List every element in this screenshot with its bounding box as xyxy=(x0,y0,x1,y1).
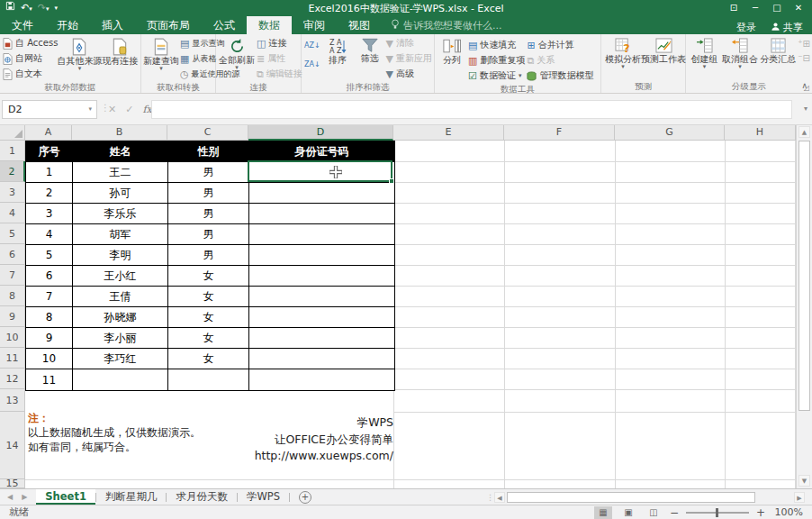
cell-grid[interactable]: 序号姓名性别身份证号码1王二男2孙可男3李乐乐男4胡军男5李明男6王小红女7王倩… xyxy=(25,141,796,488)
table-cell[interactable] xyxy=(73,369,168,390)
group-button[interactable]: 创建组 ▾ xyxy=(689,36,720,70)
row-header-6[interactable]: 6 xyxy=(0,244,25,265)
row-header-13[interactable]: 13 xyxy=(0,389,25,412)
sheet-tab-sheet1[interactable]: Sheet1 xyxy=(36,489,95,505)
tab-formulas[interactable]: 公式 xyxy=(202,16,247,34)
row-header-10[interactable]: 10 xyxy=(0,327,25,348)
row-header-2[interactable]: 2 xyxy=(0,161,25,182)
table-cell[interactable] xyxy=(168,369,249,390)
table-cell[interactable]: 女 xyxy=(168,307,249,327)
table-cell[interactable]: 李乐乐 xyxy=(73,204,168,223)
tab-file[interactable]: 文件 xyxy=(0,16,45,34)
from-other-sources-button[interactable]: 自其他来源 ▾ xyxy=(59,36,99,72)
new-sheet-button[interactable]: + xyxy=(299,491,311,504)
table-cell[interactable]: 1 xyxy=(26,162,73,182)
data-validation-button[interactable]: ☑ 数据验证 ▾ xyxy=(468,68,525,83)
table-cell[interactable]: 6 xyxy=(26,266,73,286)
row-header-14[interactable]: 14 xyxy=(0,412,25,479)
tab-page-layout[interactable]: 页面布局 xyxy=(135,16,202,34)
table-cell[interactable]: 李小丽 xyxy=(73,328,168,348)
tab-home[interactable]: 开始 xyxy=(45,16,90,34)
table-cell[interactable]: 女 xyxy=(168,328,249,348)
sheet-nav-right-icon[interactable]: ▶ xyxy=(22,493,27,501)
name-box[interactable]: D2 ▾ xyxy=(2,100,97,119)
vertical-scrollbar[interactable]: ▲ ▼ xyxy=(796,125,812,488)
fill-handle[interactable] xyxy=(389,178,394,184)
row-header-11[interactable]: 11 xyxy=(0,348,25,369)
save-icon[interactable] xyxy=(5,0,15,16)
tell-me-box[interactable]: 告诉我您想要做什么... xyxy=(391,16,502,34)
selected-cell-D2[interactable] xyxy=(248,160,392,182)
table-cell[interactable]: 王二 xyxy=(73,162,168,182)
from-web-button[interactable]: 自网站 xyxy=(3,51,58,66)
ungroup-button[interactable]: 取消组合 ▾ xyxy=(722,36,758,70)
scroll-down-icon[interactable]: ▼ xyxy=(798,475,810,487)
table-cell[interactable] xyxy=(249,204,394,223)
close-button[interactable]: ✕ xyxy=(789,0,808,16)
row-header-4[interactable]: 4 xyxy=(0,203,25,223)
qat-customize-icon[interactable]: ▾ xyxy=(54,0,58,16)
remove-duplicates-button[interactable]: ▥ 删除重复项 xyxy=(468,53,525,68)
row-header-8[interactable]: 8 xyxy=(0,286,25,306)
table-cell[interactable]: 男 xyxy=(168,204,249,223)
column-header-H[interactable]: H xyxy=(725,125,796,141)
table-cell[interactable]: 胡军 xyxy=(73,224,168,244)
manage-data-model-button[interactable]: 管理数据模型 xyxy=(527,68,593,83)
page-layout-view-icon[interactable]: ▣ xyxy=(619,506,637,519)
table-cell[interactable] xyxy=(249,328,394,348)
table-cell[interactable]: 5 xyxy=(26,245,73,265)
sign-in-link[interactable]: 登录 xyxy=(736,21,756,34)
text-to-columns-button[interactable]: 分列 xyxy=(438,36,466,65)
table-cell[interactable]: 李巧红 xyxy=(73,349,168,369)
table-cell[interactable] xyxy=(249,307,394,327)
expand-formula-bar-icon[interactable]: ▾ xyxy=(804,105,807,113)
sort-button[interactable]: ZAAZ 排序 xyxy=(322,36,354,65)
forecast-sheet-button[interactable]: 预测工作表 xyxy=(644,36,683,64)
collapse-ribbon-icon[interactable]: ∧ xyxy=(801,81,807,90)
horizontal-scroll-thumb[interactable] xyxy=(507,492,755,503)
row-header-7[interactable]: 7 xyxy=(0,265,25,286)
sheet-tab-3[interactable]: 求月份天数 xyxy=(167,489,237,505)
tab-insert[interactable]: 插入 xyxy=(90,16,135,34)
promo-cell[interactable]: 学WPS 让OFFICE办公变得简单 http://www.xuewps.com… xyxy=(123,414,393,465)
table-cell[interactable]: 女 xyxy=(168,266,249,286)
row-header-9[interactable]: 9 xyxy=(0,306,25,327)
table-header-cell[interactable]: 姓名 xyxy=(73,141,168,161)
row-header-1[interactable]: 1 xyxy=(0,141,25,161)
column-header-B[interactable]: B xyxy=(72,125,167,141)
column-header-D[interactable]: D xyxy=(248,125,393,141)
table-header-cell[interactable]: 序号 xyxy=(26,141,73,161)
table-cell[interactable]: 孙晓娜 xyxy=(73,307,168,327)
filter-button[interactable]: 筛选 xyxy=(356,36,383,63)
minimize-button[interactable]: ─ xyxy=(745,0,765,16)
table-cell[interactable]: 男 xyxy=(168,162,249,182)
sheet-tab-2[interactable]: 判断星期几 xyxy=(96,489,167,505)
table-cell[interactable]: 3 xyxy=(26,204,73,223)
table-cell[interactable]: 王小红 xyxy=(73,266,168,286)
scroll-up-icon[interactable]: ▲ xyxy=(798,126,810,138)
table-cell[interactable]: 女 xyxy=(168,287,249,306)
table-cell[interactable]: 4 xyxy=(26,224,73,244)
share-button[interactable]: 共享 xyxy=(771,21,803,34)
zoom-in-icon[interactable]: + xyxy=(756,506,765,519)
column-header-E[interactable]: E xyxy=(393,125,504,141)
flash-fill-button[interactable]: ▤ 快速填充 xyxy=(468,38,525,52)
normal-view-icon[interactable]: ▦ xyxy=(594,506,612,519)
table-cell[interactable] xyxy=(249,369,394,390)
table-cell[interactable] xyxy=(249,266,394,286)
sort-descending-button[interactable]: ZA↓ xyxy=(304,58,320,72)
zoom-slider-thumb[interactable] xyxy=(716,508,718,517)
scroll-left-icon[interactable]: ◀ xyxy=(494,492,505,503)
column-header-F[interactable]: F xyxy=(504,125,615,141)
connections-button[interactable]: ◫ 连接 xyxy=(257,36,302,50)
horizontal-scrollbar[interactable]: ◀ ▶ xyxy=(494,491,805,504)
sort-ascending-button[interactable]: AZ↓ xyxy=(304,39,320,53)
table-cell[interactable]: 男 xyxy=(168,245,249,265)
zoom-out-icon[interactable]: − xyxy=(670,506,679,519)
table-cell[interactable]: 8 xyxy=(26,307,73,327)
advanced-filter-button[interactable]: ▼ 高级 xyxy=(386,67,432,81)
row-header-5[interactable]: 5 xyxy=(0,223,25,244)
page-break-view-icon[interactable]: ◫ xyxy=(645,506,663,519)
tab-review[interactable]: 审阅 xyxy=(292,16,337,34)
subtotal-button[interactable]: 分类汇总 xyxy=(760,36,796,64)
